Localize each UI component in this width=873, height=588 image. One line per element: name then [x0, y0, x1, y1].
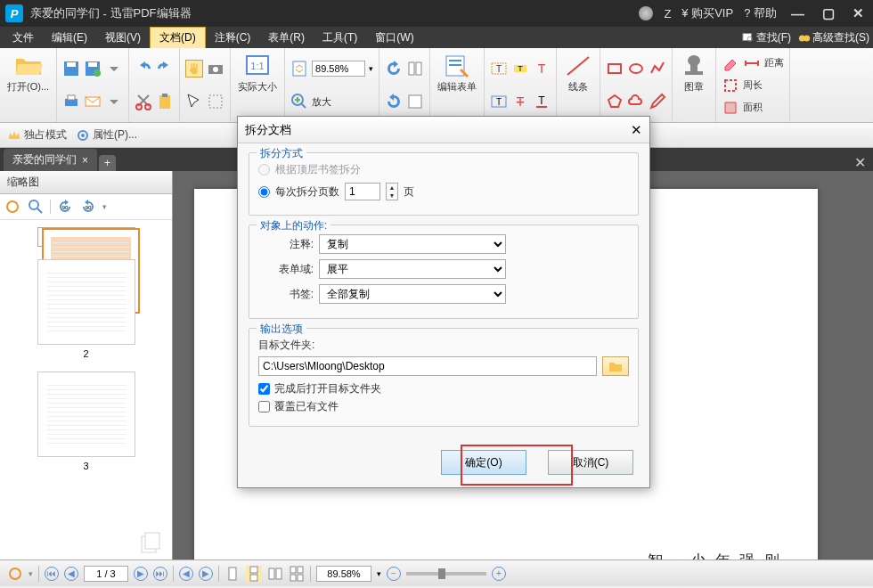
nav-fwd-button[interactable]: ▶ — [199, 567, 213, 581]
email-icon[interactable] — [84, 93, 102, 110]
cancel-button[interactable]: 取消(C) — [548, 450, 633, 475]
facing-cont-icon[interactable] — [289, 566, 305, 582]
zoom-field[interactable] — [312, 61, 365, 77]
ok-button[interactable]: 确定(O) — [441, 450, 526, 475]
options-icon[interactable] — [7, 566, 23, 582]
textbox-icon[interactable]: T — [490, 60, 508, 78]
pages-spinner[interactable]: ▲▼ — [386, 183, 398, 200]
page-field[interactable] — [84, 566, 128, 582]
paste-icon[interactable] — [156, 93, 174, 110]
thumbnails[interactable]: 1 2 3 — [0, 220, 172, 559]
zoom-in-icon[interactable] — [290, 93, 308, 110]
menu-comment[interactable]: 注释(C) — [206, 28, 260, 48]
print-icon[interactable] — [62, 93, 80, 110]
dropdown-icon[interactable] — [105, 60, 123, 78]
perimeter-icon[interactable] — [722, 77, 739, 94]
globe-icon[interactable] — [639, 6, 653, 20]
zoom-icon[interactable] — [27, 198, 45, 216]
tabbar-close-icon[interactable]: ✕ — [847, 154, 873, 171]
saveas-icon[interactable] — [84, 60, 102, 78]
overwrite-check[interactable]: 覆盖已有文件 — [258, 399, 629, 414]
zoom-out-button[interactable]: − — [387, 567, 401, 581]
maximize-button[interactable]: ▢ — [819, 5, 838, 21]
continuous-icon[interactable] — [246, 566, 262, 582]
vip-button[interactable]: ¥ 购买VIP — [681, 5, 733, 21]
bookmark-select[interactable]: 全部复制 — [319, 284, 506, 304]
area-icon[interactable] — [722, 99, 739, 117]
select-icon[interactable] — [185, 93, 203, 110]
cloud-icon[interactable] — [627, 93, 645, 110]
undo-icon[interactable] — [135, 60, 152, 78]
text-icon[interactable]: T — [533, 60, 551, 78]
form-select[interactable]: 展平 — [319, 259, 506, 279]
oval-icon[interactable] — [627, 60, 645, 78]
menu-view[interactable]: 视图(V) — [96, 28, 150, 48]
rotate-right-icon[interactable] — [385, 93, 403, 110]
advanced-find-button[interactable]: 高级查找(S) — [798, 30, 869, 45]
new-tab-button[interactable]: + — [99, 155, 116, 171]
actual-size-button[interactable]: 1:1 实际大小 — [236, 52, 279, 95]
menu-edit[interactable]: 编辑(E) — [43, 28, 96, 48]
help-button[interactable]: ? 帮助 — [744, 5, 777, 21]
page-layout2-icon[interactable] — [406, 93, 424, 110]
underline-icon[interactable]: T — [533, 93, 551, 110]
close-button[interactable]: ✕ — [849, 5, 868, 21]
zoom-field[interactable] — [316, 566, 371, 582]
thumb-1[interactable]: 1 — [37, 227, 135, 247]
single-page-icon[interactable] — [224, 566, 241, 582]
polygon-icon[interactable] — [606, 93, 624, 110]
rotate-ccw-icon[interactable]: 90 — [56, 198, 74, 216]
zoom-slider[interactable] — [406, 572, 486, 576]
radio-pages[interactable]: 每次拆分页数 ▲▼ 页 — [258, 183, 629, 200]
hand-icon[interactable] — [185, 60, 203, 78]
pencil-icon[interactable] — [649, 93, 666, 110]
rotate-left-icon[interactable] — [385, 60, 403, 78]
cut-icon[interactable] — [135, 93, 152, 110]
lines-button[interactable]: 线条 — [562, 52, 594, 95]
options-icon[interactable] — [4, 198, 21, 216]
comment-select[interactable]: 复制 — [319, 234, 506, 254]
exclusive-mode-button[interactable]: 独占模式 — [7, 127, 67, 143]
browse-button[interactable] — [602, 356, 629, 376]
radio-bookmark[interactable]: 根据顶层书签拆分 — [258, 162, 629, 177]
snapshot-icon[interactable] — [207, 60, 224, 78]
zoom-in-label[interactable]: 放大 — [312, 95, 331, 109]
dropdown-icon[interactable] — [105, 93, 123, 110]
properties-button[interactable]: 属性(P)... — [76, 127, 137, 143]
last-page-button[interactable]: ⏭ — [153, 567, 167, 581]
strikeout-icon[interactable]: T — [511, 93, 529, 110]
user-label[interactable]: Z — [664, 7, 671, 20]
menu-form[interactable]: 表单(R) — [259, 28, 314, 48]
thumb-3[interactable]: 3 — [37, 372, 135, 471]
menu-document[interactable]: 文档(D) — [150, 27, 206, 49]
find-button[interactable]: 查找(F) — [742, 30, 791, 45]
page-layout-icon[interactable] — [406, 60, 424, 78]
edit-text-icon[interactable]: T — [490, 93, 508, 110]
polyline-icon[interactable] — [649, 60, 666, 78]
dialog-titlebar[interactable]: 拆分文档 ✕ — [238, 117, 649, 143]
distance-icon[interactable] — [743, 54, 761, 72]
minimize-button[interactable]: — — [787, 6, 808, 21]
eraser-icon[interactable] — [722, 54, 739, 72]
dialog-close-button[interactable]: ✕ — [631, 122, 642, 138]
dest-field[interactable] — [258, 356, 597, 376]
rotate-cw-icon[interactable]: 90 — [79, 198, 97, 216]
fit-page-icon[interactable] — [290, 60, 308, 78]
highlight-icon[interactable]: T — [511, 60, 529, 78]
menu-window[interactable]: 窗口(W) — [366, 28, 422, 48]
select-region-icon[interactable] — [207, 93, 224, 110]
zoom-in-button[interactable]: + — [492, 567, 506, 581]
facing-icon[interactable] — [267, 566, 283, 582]
first-page-button[interactable]: ⏮ — [45, 567, 59, 581]
redo-icon[interactable] — [156, 60, 174, 78]
menu-file[interactable]: 文件 — [4, 28, 43, 48]
edit-form-button[interactable]: 编辑表单 — [436, 52, 478, 95]
pages-field[interactable] — [345, 183, 380, 200]
open-after-check[interactable]: 完成后打开目标文件夹 — [258, 381, 629, 396]
open-button[interactable]: 打开(O)... — [5, 52, 51, 95]
next-page-button[interactable]: ▶ — [134, 567, 148, 581]
thumb-2[interactable]: 2 — [37, 259, 135, 359]
stamp-button[interactable]: 图章 — [678, 52, 710, 95]
save-icon[interactable] — [62, 60, 80, 78]
menu-tool[interactable]: 工具(T) — [314, 28, 366, 48]
